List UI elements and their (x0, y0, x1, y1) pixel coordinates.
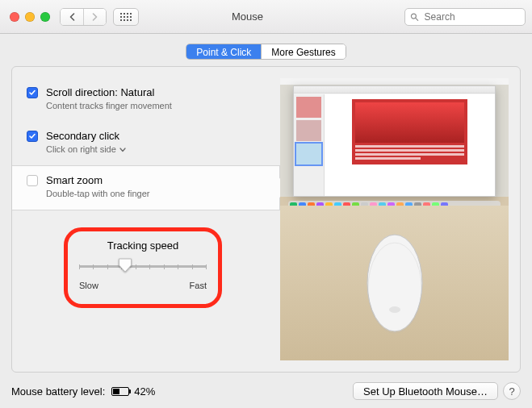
titlebar: Mouse (0, 0, 532, 34)
minimize-window-button[interactable] (25, 12, 35, 22)
tab-point-and-click[interactable]: Point & Click (186, 44, 261, 59)
search-input[interactable] (423, 10, 520, 23)
option-title: Secondary click (46, 130, 126, 143)
tracking-speed-label: Tracking speed (79, 239, 207, 252)
search-icon (410, 12, 419, 22)
back-button[interactable] (61, 9, 83, 25)
options-column: Scroll direction: Natural Content tracks… (12, 78, 280, 360)
option-desc: Content tracks finger movement (46, 101, 172, 112)
slider-knob[interactable] (118, 258, 132, 272)
search-field[interactable] (404, 8, 526, 26)
svg-point-2 (367, 235, 422, 331)
battery-icon (111, 387, 129, 396)
tab-more-gestures[interactable]: More Gestures (261, 44, 345, 59)
slider-min-label: Slow (79, 281, 98, 290)
svg-line-1 (416, 18, 418, 20)
battery-percentage: 42% (134, 385, 155, 398)
checkbox-secondary-click[interactable] (27, 131, 38, 142)
option-title: Smart zoom (46, 174, 149, 187)
option-scroll-direction[interactable]: Scroll direction: Natural Content tracks… (12, 78, 280, 122)
tracking-speed-slider[interactable] (79, 258, 207, 277)
forward-button[interactable] (83, 9, 106, 25)
option-title: Scroll direction: Natural (46, 86, 172, 99)
settings-panel: Scroll direction: Natural Content tracks… (11, 66, 521, 373)
option-desc-dropdown[interactable]: Click on right side (46, 144, 126, 156)
setup-bluetooth-mouse-button[interactable]: Set Up Bluetooth Mouse… (353, 382, 498, 400)
slider-max-label: Fast (190, 281, 207, 290)
gesture-preview (280, 78, 509, 360)
chevron-down-icon (119, 148, 126, 152)
close-window-button[interactable] (10, 12, 19, 22)
magic-mouse-image (354, 225, 435, 341)
footer: Mouse battery level: 42% Set Up Bluetoot… (0, 381, 532, 400)
help-button[interactable]: ? (503, 382, 521, 400)
tracking-speed-group: Tracking speed Slow Fast (64, 227, 222, 308)
checkbox-scroll-direction[interactable] (27, 87, 38, 98)
zoom-window-button[interactable] (40, 12, 50, 22)
option-secondary-click[interactable]: Secondary click Click on right side (12, 122, 280, 165)
window-title: Mouse (145, 10, 398, 23)
option-smart-zoom[interactable]: Smart zoom Double-tap with one finger (12, 165, 280, 210)
option-desc: Double-tap with one finger (46, 189, 149, 200)
battery-level-label: Mouse battery level: (11, 385, 105, 398)
tabs: Point & Click More Gestures (186, 44, 346, 60)
show-all-button[interactable] (113, 8, 139, 26)
window-controls (10, 12, 50, 22)
grid-icon (120, 13, 132, 21)
checkbox-smart-zoom[interactable] (27, 175, 38, 186)
nav-buttons (60, 8, 107, 26)
